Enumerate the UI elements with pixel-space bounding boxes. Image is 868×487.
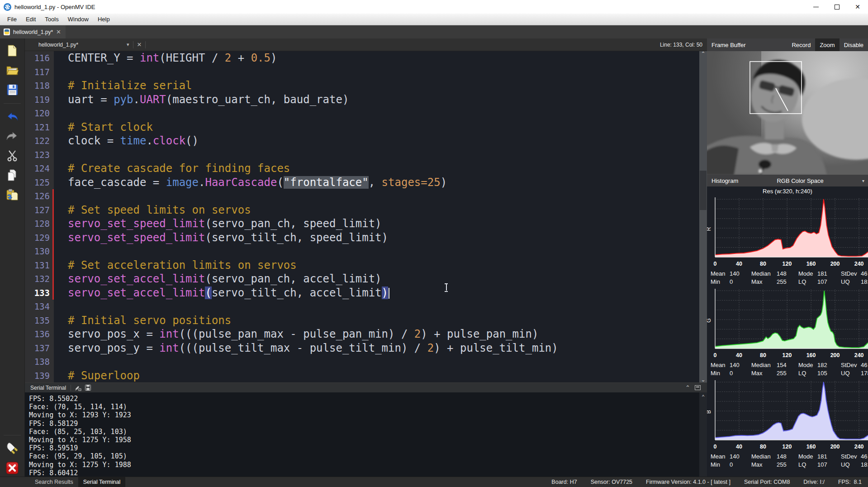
histogram-r-plot: R [707,196,868,259]
float-panel-icon[interactable] [695,385,701,390]
clear-terminal-button[interactable] [75,385,81,391]
editor-scrollbar[interactable]: ⌃ ⌄ [699,51,707,382]
gutter-line-137: 137 [25,341,54,355]
x-tick-label: 160 [806,444,816,450]
stat-label: Min [711,278,730,285]
gutter-line-138: 138 [25,355,54,369]
open-file-button[interactable] [5,63,19,77]
gutter-line-121: 121 [25,120,54,134]
scroll-down-icon[interactable]: ⌄ [701,377,705,382]
stat-value: 178 [861,370,868,377]
frame-buffer-image [707,51,868,175]
minimize-button[interactable] [806,0,826,14]
undo-button[interactable] [5,110,19,124]
gutter-line-131: 131 [25,258,54,272]
new-file-button[interactable] [5,44,19,57]
gutter-line-132: 132 [25,272,54,286]
disconnect-button[interactable] [5,461,19,475]
document-selector[interactable]: helloworld_1.py* [35,42,123,48]
stat-label: StDev [841,270,861,277]
editor-scroll-thumb[interactable] [700,171,707,210]
file-tab-label: helloworld_1.py* [13,29,53,35]
histogram-g-plot: G [707,288,868,350]
window-title: helloworld_1.py - OpenMV IDE [14,4,95,10]
code-token: int [159,342,179,354]
document-close-icon[interactable]: ✕ [133,41,146,48]
maximize-icon [835,5,840,10]
terminal-scrollbar[interactable]: ⌃ [699,392,707,477]
gutter-line-130: 130 [25,244,54,258]
code-line-130 [68,244,707,258]
menu-item-window[interactable]: Window [63,14,93,25]
x-axis-ticks: 04080120160200240 [707,352,868,360]
stat-mode: Mode182 [798,362,841,368]
status-tab-search-results[interactable]: Search Results [30,477,78,487]
status-field-board: Board: H7 [551,479,577,485]
save-file-button[interactable] [5,83,19,96]
code-line-136: servo_pos_x = int(((pulse_pan_max - puls… [68,327,707,341]
terminal-line: FPS: 8.55022 [29,395,707,403]
file-tab-close-icon[interactable]: ✕ [56,29,61,35]
frame-buffer-zoom-button[interactable]: Zoom [815,38,839,51]
x-tick-label: 200 [830,352,840,358]
menu-item-tools[interactable]: Tools [40,14,63,25]
stat-label: Max [751,370,777,377]
status-tab-serial-terminal[interactable]: Serial Terminal [78,477,125,487]
colorspace-select[interactable]: RGB Color Space [777,177,823,184]
file-tab[interactable]: helloworld_1.py* ✕ [0,25,66,38]
code-token: servo_set_speed_limit [68,217,205,230]
code-token: 2 [225,52,231,64]
modified-line-marker [52,231,54,245]
scroll-up-icon[interactable]: ⌃ [701,52,705,56]
collapse-terminal-icon[interactable]: ⌃ [685,386,690,390]
code-editor[interactable]: 1161171181191201211221231241251261271281… [25,51,707,382]
redo-button[interactable] [5,129,19,143]
stat-mode: Mode181 [798,453,841,460]
terminal-header-separator [71,385,71,391]
cut-icon [6,150,18,162]
openmv-logo-icon [4,3,11,11]
x-tick-label: 0 [714,352,717,358]
menu-item-help[interactable]: Help [93,14,114,25]
frame-buffer-disable-button[interactable]: Disable [840,38,868,51]
paste-button[interactable] [5,188,19,201]
code-pane[interactable]: CENTER_Y = int(HEIGHT / 2 + 0.5)# Initia… [54,51,707,382]
histogram-b-plot: B [707,379,868,442]
colorspace-dropdown-icon[interactable]: ▾ [862,178,864,183]
stat-min: Min0 [711,461,751,468]
plug-icon [6,442,18,455]
save-log-button[interactable] [85,385,91,391]
code-token: servo_set_accel_limit [68,272,205,285]
stat-mean: Mean140 [711,270,751,277]
histogram-charts: R04080120160200240Mean140Median148Mode18… [707,196,868,471]
code-token: HaarCascade [205,176,277,189]
menu-item-file[interactable]: File [3,14,21,25]
stat-value: 46 [861,453,867,460]
open-folder-icon [6,65,19,76]
code-token: . [133,93,140,106]
document-dropdown-icon[interactable]: ▾ [123,42,133,48]
code-line-128: servo_set_speed_limit(servo_pan_ch, spee… [68,217,707,231]
frame-buffer-record-button[interactable]: Record [787,38,815,51]
serial-terminal-output[interactable]: FPS: 8.55022Face: (70, 15, 114, 114)Movi… [25,392,707,477]
maximize-button[interactable] [826,0,847,14]
histogram-header: Histogram RGB Color Space ▾ [707,175,868,186]
close-button[interactable]: ✕ [847,0,868,14]
connect-button[interactable] [5,442,19,455]
code-token: () [185,134,199,147]
terminal-scroll-up-icon[interactable]: ⌃ [702,394,705,400]
code-token: (maestro_uart_ch, baud_rate) [166,93,349,106]
menu-item-edit[interactable]: Edit [21,14,40,25]
modified-line-marker [52,189,54,203]
gutter-line-139: 139 [25,369,54,383]
clear-brush-icon [75,385,81,391]
histogram-b-channel: B04080120160200240Mean140Median148Mode18… [707,379,868,471]
stat-max: Max255 [751,370,798,377]
cut-button[interactable] [5,149,19,162]
code-token: . [199,176,205,189]
copy-button[interactable] [5,168,19,182]
code-token: clock = [68,134,120,147]
stat-label: Mode [798,270,817,277]
x-tick-label: 240 [854,261,864,267]
gutter-line-136: 136 [25,327,54,341]
